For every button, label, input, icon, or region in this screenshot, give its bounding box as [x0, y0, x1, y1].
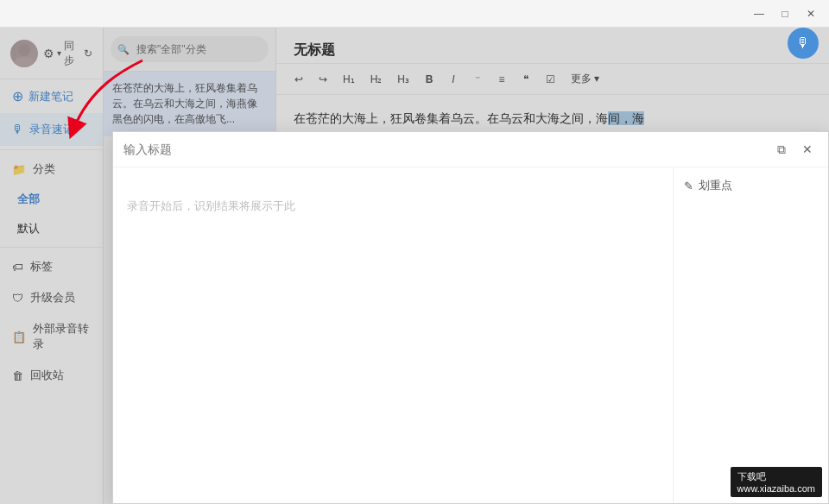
modal-main: 录音开始后，识别结果将展示于此	[113, 167, 673, 503]
pencil-icon: ✎	[684, 180, 693, 192]
highlight-label: 划重点	[699, 178, 732, 193]
mic-button[interactable]: 🎙	[788, 28, 819, 59]
modal-body: 录音开始后，识别结果将展示于此 ✎ 划重点	[113, 167, 828, 503]
minimize-button[interactable]: —	[748, 5, 770, 22]
modal-sidebar-title: ✎ 划重点	[684, 178, 818, 193]
modal-header: ⧉ ✕	[113, 132, 828, 167]
modal-restore-button[interactable]: ⧉	[771, 139, 792, 160]
watermark: 下载吧 www.xiazaiba.com	[731, 467, 822, 497]
title-bar: — □ ✕	[0, 0, 829, 28]
modal-placeholder: 录音开始后，识别结果将展示于此	[127, 198, 659, 214]
maximize-button[interactable]: □	[774, 5, 796, 22]
mic-icon: 🎙	[796, 35, 810, 51]
close-button[interactable]: ✕	[800, 5, 822, 22]
recording-modal: ⧉ ✕ 录音开始后，识别结果将展示于此 ✎ 划重点	[112, 131, 829, 504]
watermark-text: 下载吧	[737, 471, 766, 482]
modal-title-input[interactable]	[123, 139, 771, 160]
modal-controls: ⧉ ✕	[771, 139, 818, 160]
title-bar-controls: — □ ✕	[748, 5, 822, 22]
watermark-url: www.xiazaiba.com	[737, 483, 815, 494]
modal-sidebar: ✎ 划重点	[673, 167, 828, 503]
modal-overlay: ⧉ ✕ 录音开始后，识别结果将展示于此 ✎ 划重点	[0, 28, 829, 504]
modal-close-button[interactable]: ✕	[797, 139, 818, 160]
app-window: — □ ✕ ⚙ ▾ 同步	[0, 0, 829, 504]
